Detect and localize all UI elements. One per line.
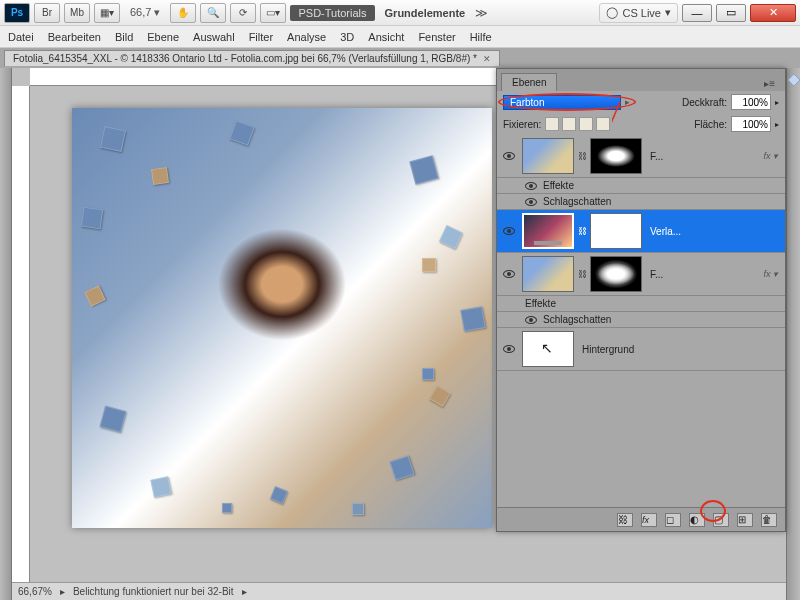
menu-auswahl[interactable]: Auswahl xyxy=(193,31,235,43)
effects-row[interactable]: Effekte xyxy=(497,296,785,312)
status-zoom[interactable]: 66,67% xyxy=(18,586,52,597)
visibility-toggle[interactable] xyxy=(500,270,518,278)
fill-input[interactable] xyxy=(731,116,771,132)
mask-thumbnail[interactable] xyxy=(590,256,642,292)
chevron-icon[interactable]: ▸ xyxy=(775,120,779,129)
document-tab[interactable]: Fotolia_6415354_XXL - © 1418336 Ontario … xyxy=(4,50,500,66)
chevron-icon[interactable]: ▸ xyxy=(775,98,779,107)
opacity-input[interactable] xyxy=(731,94,771,110)
layer-name[interactable]: F... xyxy=(646,151,759,162)
status-chevron-icon[interactable]: ▸ xyxy=(60,586,65,597)
layer-thumbnail[interactable] xyxy=(522,138,574,174)
canvas-image xyxy=(72,108,492,528)
visibility-toggle[interactable] xyxy=(500,227,518,235)
layer-row[interactable]: ⛓ Verla... xyxy=(497,210,785,253)
layer-thumbnail[interactable]: ↖ xyxy=(522,331,574,367)
lock-transparency-icon[interactable] xyxy=(545,117,559,131)
minibridge-button[interactable]: Mb xyxy=(64,3,90,23)
visibility-toggle[interactable] xyxy=(500,345,518,353)
new-layer-icon[interactable]: ⊞ xyxy=(737,513,753,527)
eye-icon[interactable] xyxy=(525,198,537,206)
link-icon[interactable]: ⛓ xyxy=(578,269,586,279)
effect-dropshadow[interactable]: Schlagschatten xyxy=(497,194,785,210)
link-layers-icon[interactable]: ⛓ xyxy=(617,513,633,527)
menu-3d[interactable]: 3D xyxy=(340,31,354,43)
menu-ebene[interactable]: Ebene xyxy=(147,31,179,43)
lock-pixels-icon[interactable] xyxy=(562,117,576,131)
bridge-button[interactable]: Br xyxy=(34,3,60,23)
menu-analyse[interactable]: Analyse xyxy=(287,31,326,43)
blend-mode-select[interactable]: Farbton xyxy=(503,95,621,110)
chevron-right-icon[interactable]: ≫ xyxy=(475,6,488,20)
layer-name[interactable]: Hintergrund xyxy=(578,344,782,355)
layer-thumbnail[interactable] xyxy=(522,256,574,292)
opacity-label: Deckkraft: xyxy=(682,97,727,108)
dock-right[interactable] xyxy=(786,68,800,600)
layout-button[interactable]: ▦▾ xyxy=(94,3,120,23)
effect-dropshadow[interactable]: Schlagschatten xyxy=(497,312,785,328)
mask-thumbnail[interactable] xyxy=(590,213,642,249)
toolbox[interactable] xyxy=(0,68,12,600)
adjustment-icon[interactable]: ◐ xyxy=(689,513,705,527)
zoom-tool-icon[interactable]: 🔍 xyxy=(200,3,226,23)
menu-datei[interactable]: Datei xyxy=(8,31,34,43)
canvas[interactable] xyxy=(72,108,492,528)
menu-bearbeiten[interactable]: Bearbeiten xyxy=(48,31,101,43)
maximize-button[interactable]: ▭ xyxy=(716,4,746,22)
ruler-vertical[interactable] xyxy=(12,86,30,582)
mask-icon[interactable]: ◻ xyxy=(665,513,681,527)
eye-icon[interactable] xyxy=(525,316,537,324)
layers-panel: Ebenen ▸≡ Farbton Deckkraft: ▸ Fixieren:… xyxy=(496,68,786,532)
close-button[interactable]: ✕ xyxy=(750,4,796,22)
layer-thumbnail[interactable] xyxy=(522,213,574,249)
lock-label: Fixieren: xyxy=(503,119,541,130)
layer-name[interactable]: F... xyxy=(646,269,759,280)
panel-menu-icon[interactable]: ▸≡ xyxy=(758,76,781,91)
document-tabstrip: Fotolia_6415354_XXL - © 1418336 Ontario … xyxy=(0,48,800,68)
eye-icon xyxy=(503,227,515,235)
eye-icon xyxy=(503,345,515,353)
workspace-tag[interactable]: PSD-Tutorials xyxy=(290,5,374,21)
menu-bild[interactable]: Bild xyxy=(115,31,133,43)
fx-badge[interactable]: fx ▾ xyxy=(763,151,782,161)
link-icon[interactable]: ⛓ xyxy=(578,226,586,236)
doc-title: Grundelemente xyxy=(379,7,472,19)
layer-row[interactable]: ↖ Hintergrund xyxy=(497,328,785,371)
color-panel-icon[interactable] xyxy=(787,73,800,87)
zoom-display[interactable]: 66,7 ▾ xyxy=(124,6,166,19)
layer-row[interactable]: ⛓ F... fx ▾ xyxy=(497,135,785,178)
eye-icon xyxy=(503,270,515,278)
hand-tool-icon[interactable]: ✋ xyxy=(170,3,196,23)
fx-badge[interactable]: fx ▾ xyxy=(763,269,782,279)
delete-icon[interactable]: 🗑 xyxy=(761,513,777,527)
menu-filter[interactable]: Filter xyxy=(249,31,273,43)
titlebar: Ps Br Mb ▦▾ 66,7 ▾ ✋ 🔍 ⟳ ▭▾ PSD-Tutorial… xyxy=(0,0,800,26)
menu-fenster[interactable]: Fenster xyxy=(418,31,455,43)
group-icon[interactable]: ▢ xyxy=(713,513,729,527)
minimize-button[interactable]: — xyxy=(682,4,712,22)
visibility-toggle[interactable] xyxy=(500,152,518,160)
cursor-icon: ↖ xyxy=(541,340,553,356)
lock-all-icon[interactable] xyxy=(596,117,610,131)
status-chevron-icon[interactable]: ▸ xyxy=(242,586,247,597)
fx-icon[interactable]: fx xyxy=(641,513,657,527)
status-bar: 66,67% ▸ Belichtung funktioniert nur bei… xyxy=(12,582,786,600)
rotate-view-icon[interactable]: ⟳ xyxy=(230,3,256,23)
lock-position-icon[interactable] xyxy=(579,117,593,131)
arrange-icon[interactable]: ▭▾ xyxy=(260,3,286,23)
fill-label: Fläche: xyxy=(694,119,727,130)
close-icon[interactable]: ✕ xyxy=(483,54,491,64)
eye-icon[interactable] xyxy=(525,182,537,190)
layer-row[interactable]: ⛓ F... fx ▾ xyxy=(497,253,785,296)
layer-name[interactable]: Verla... xyxy=(646,226,782,237)
menu-hilfe[interactable]: Hilfe xyxy=(470,31,492,43)
eye-icon xyxy=(503,152,515,160)
cslive-button[interactable]: ◯ CS Live ▾ xyxy=(599,3,678,23)
document-tab-label: Fotolia_6415354_XXL - © 1418336 Ontario … xyxy=(13,53,477,64)
effects-row[interactable]: Effekte xyxy=(497,178,785,194)
link-icon[interactable]: ⛓ xyxy=(578,151,586,161)
menu-ansicht[interactable]: Ansicht xyxy=(368,31,404,43)
mask-thumbnail[interactable] xyxy=(590,138,642,174)
ps-logo-icon: Ps xyxy=(4,3,30,23)
tab-ebenen[interactable]: Ebenen xyxy=(501,73,557,91)
